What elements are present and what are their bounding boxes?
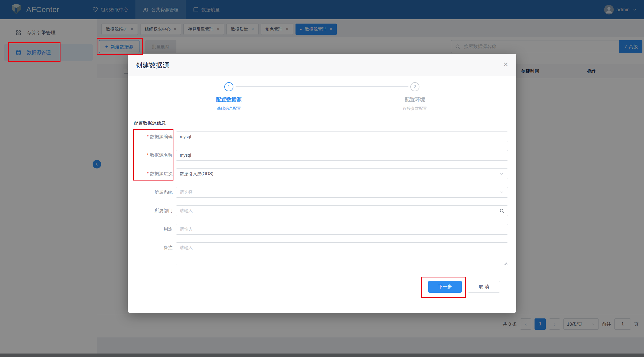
required-asterisk: * xyxy=(147,171,149,176)
step-1-labels: 配置数据源 基础信息配置 xyxy=(189,96,269,111)
required-asterisk: * xyxy=(147,134,149,139)
next-step-button[interactable]: 下一步 xyxy=(428,281,462,293)
step-1-circle: 1 xyxy=(224,82,233,91)
owning-system-select[interactable]: 请选择 xyxy=(176,187,508,198)
form-row-layer: *数据源层次 数据引入层(ODS) xyxy=(128,168,516,179)
search-icon[interactable] xyxy=(499,208,505,213)
close-icon[interactable]: × xyxy=(502,60,510,69)
owning-department-input[interactable] xyxy=(176,205,508,216)
select-placeholder: 请选择 xyxy=(180,190,193,195)
datasource-code-input[interactable] xyxy=(176,131,508,142)
select-value: 数据引入层(ODS) xyxy=(180,171,213,177)
app-root: AFCenter 组织权限中心 xyxy=(0,0,644,357)
usage-input[interactable] xyxy=(176,224,508,235)
modal-title: 创建数据源 xyxy=(136,61,169,70)
modal-header: 创建数据源 xyxy=(128,54,516,76)
field-label: *数据源名称 xyxy=(128,150,173,161)
form-row-name: *数据源名称 xyxy=(128,150,516,161)
field-label: *数据源编码 xyxy=(128,131,173,142)
chevron-down-icon xyxy=(499,171,504,176)
step-2-circle: 2 xyxy=(410,82,419,91)
form-row-department: 所属部门 xyxy=(128,205,516,216)
step-title: 配置数据源 xyxy=(189,96,269,103)
step-2-labels: 配置环境 连接参数配置 xyxy=(375,96,455,111)
step-title: 配置环境 xyxy=(375,96,455,103)
form-row-code: *数据源编码 xyxy=(128,131,516,142)
field-label: 所属系统 xyxy=(128,187,173,198)
datasource-name-input[interactable] xyxy=(176,150,508,161)
datasource-form: *数据源编码 *数据源名称 *数据源层次 数据引入层(ODS) xyxy=(128,131,516,274)
field-label: 用途 xyxy=(128,224,173,235)
modal-footer-divider xyxy=(133,273,511,273)
step-number: 1 xyxy=(228,84,230,90)
form-row-system: 所属系统 请选择 xyxy=(128,187,516,198)
remark-textarea[interactable] xyxy=(176,242,508,265)
step-subtitle: 连接参数配置 xyxy=(375,106,455,111)
datasource-layer-select[interactable]: 数据引入层(ODS) xyxy=(176,168,508,179)
step-subtitle: 基础信息配置 xyxy=(189,106,269,111)
chevron-down-icon xyxy=(499,190,504,195)
form-row-remark: 备注 xyxy=(128,242,516,266)
create-datasource-modal: 创建数据源 × 1 2 配置数据源 基础信息配置 配置环境 连接参数配置 配置数… xyxy=(128,54,516,313)
stepper-connector xyxy=(236,86,408,87)
form-row-usage: 用途 xyxy=(128,224,516,235)
required-asterisk: * xyxy=(147,153,149,158)
cancel-button[interactable]: 取 消 xyxy=(468,281,500,293)
field-label: *数据源层次 xyxy=(128,168,173,179)
form-section-title: 配置数据源信息 xyxy=(134,120,166,126)
field-label: 所属部门 xyxy=(128,205,173,216)
field-label: 备注 xyxy=(128,242,173,266)
step-number: 2 xyxy=(414,84,416,90)
